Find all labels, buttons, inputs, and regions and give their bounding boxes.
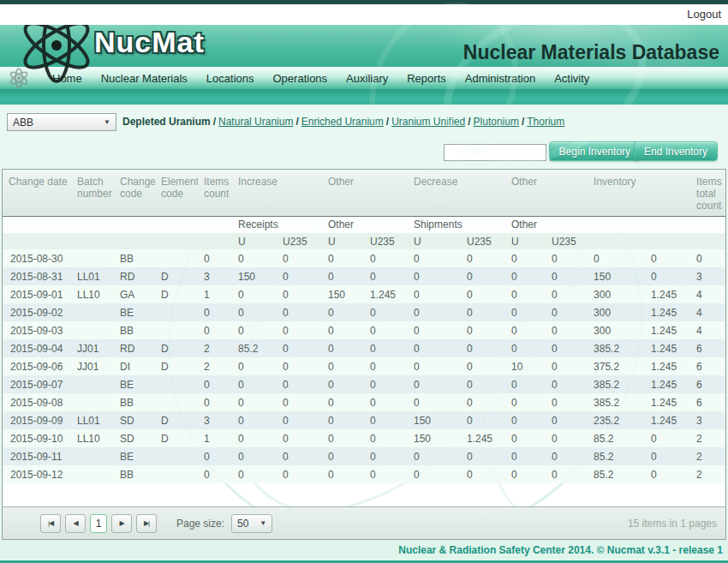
nav-item-auxiliary[interactable]: Auxiliary <box>337 72 397 85</box>
table-cell: 0 <box>277 321 322 339</box>
table-cell: 0 <box>645 429 690 447</box>
table-cell: 0 <box>505 465 546 483</box>
breadcrumb-link-uranium-unified[interactable]: Uranium Unified <box>391 116 465 128</box>
breadcrumb-link-plutonium[interactable]: Plutonium <box>474 116 519 128</box>
table-cell: 0 <box>277 303 322 321</box>
table-cell: 0 <box>408 249 461 267</box>
app-title: Nuclear Materials Database <box>463 41 719 64</box>
table-cell: 85.2 <box>588 447 645 465</box>
next-page-button[interactable]: ▶ <box>111 514 132 533</box>
unit-header-u: U <box>408 233 461 249</box>
table-cell: 0 <box>364 375 408 393</box>
table-cell: 0 <box>505 285 546 303</box>
breadcrumb-link-natural-uranium[interactable]: Natural Uranium <box>218 116 293 128</box>
inventory-date-input[interactable] <box>444 144 546 161</box>
table-cell: 0 <box>198 375 232 393</box>
table-cell: 0 <box>232 393 277 411</box>
table-cell: 85.2 <box>588 429 645 447</box>
table-cell: 6 <box>690 375 725 393</box>
logout-bar: Logout <box>0 4 728 25</box>
nav-item-locations[interactable]: Locations <box>197 72 264 85</box>
table-cell: 2015-09-03 <box>3 321 71 339</box>
logout-link[interactable]: Logout <box>687 8 721 21</box>
table-cell: 1.245 <box>645 393 690 411</box>
table-cell: 2 <box>690 447 725 465</box>
table-cell: 375.2 <box>588 357 645 375</box>
table-cell: BB <box>114 393 155 411</box>
col-header-inventory: Inventory <box>588 170 690 216</box>
table-cell: 0 <box>232 285 277 303</box>
footer-text: Nuclear & Radiation Safety Center 2014. … <box>398 544 723 556</box>
nav-item-administration[interactable]: Administration <box>456 72 545 85</box>
table-cell: 0 <box>505 339 546 357</box>
pagination-bar: |◀ ◀ 1 ▶ ▶| Page size: 50 ▼ 15 items in … <box>3 506 725 539</box>
unit-header-u235: U235 <box>546 233 588 249</box>
table-row: 2015-09-10LL10SDD100001501.2450085.202 <box>3 429 725 447</box>
table-cell: 0 <box>277 267 322 285</box>
table-row: 2015-09-02BE0000000003001.2454 <box>3 303 725 321</box>
table-cell: 0 <box>232 411 277 429</box>
table-row: 2015-09-11BE00000000085.202 <box>3 447 725 465</box>
table-cell: 0 <box>198 249 232 267</box>
header-row-subgroups: Receipts Other Shipments Other <box>3 216 725 233</box>
table-cell: 0 <box>408 357 461 375</box>
first-page-button[interactable]: |◀ <box>40 514 61 533</box>
table-cell: BB <box>114 321 155 339</box>
table-row: 2015-09-08BB000000000385.21.2456 <box>3 393 725 411</box>
table-cell <box>155 321 198 339</box>
chevron-down-icon: ▼ <box>104 118 110 126</box>
table-cell: 1.245 <box>645 339 690 357</box>
footer-bar: Nuclear & Radiation Safety Center 2014. … <box>0 540 728 563</box>
table-cell: 0 <box>232 321 277 339</box>
table-cell: 0 <box>505 447 546 465</box>
breadcrumb-link-enriched-uranium[interactable]: Enriched Uranium <box>301 116 384 128</box>
breadcrumb-separator: / <box>519 116 527 128</box>
breadcrumb: Depleted Uranium/Natural Uranium/Enriche… <box>122 116 564 128</box>
previous-page-button[interactable]: ◀ <box>65 514 86 533</box>
table-cell: 0 <box>546 321 588 339</box>
table-cell: 0 <box>408 375 461 393</box>
table-cell: 0 <box>364 339 408 357</box>
table-cell: 0 <box>461 411 505 429</box>
breadcrumb-link-thorium[interactable]: Thorium <box>527 116 564 128</box>
begin-inventory-button[interactable]: Begin Inventory <box>549 141 641 161</box>
col-header-batch-number: Batch number <box>71 170 114 216</box>
material-dropdown[interactable]: ABB ▼ <box>7 113 116 131</box>
table-cell: BE <box>114 303 155 321</box>
nav-item-activity[interactable]: Activity <box>545 72 599 85</box>
table-cell: 0 <box>364 249 408 267</box>
nav-item-reports[interactable]: Reports <box>397 72 456 85</box>
inventory-grid: Change date Batch number Change code Ele… <box>2 169 726 540</box>
table-cell: 0 <box>322 375 364 393</box>
table-cell: 0 <box>588 249 645 267</box>
table-cell: 0 <box>645 465 690 483</box>
table-cell: 385.2 <box>588 339 645 357</box>
table-row: 2015-08-31LL01RDD3150000000015003 <box>3 267 725 285</box>
table-cell: 0 <box>461 375 505 393</box>
end-inventory-button[interactable]: End Inventory <box>634 141 718 161</box>
header-spacer <box>588 233 690 249</box>
table-cell: 0 <box>198 447 232 465</box>
page-size-dropdown[interactable]: 50 ▼ <box>231 514 272 533</box>
last-page-button[interactable]: ▶| <box>136 514 157 533</box>
toolbar: ABB ▼ Depleted Uranium/Natural Uranium/E… <box>0 105 728 169</box>
table-cell: GA <box>114 285 155 303</box>
table-cell: BE <box>114 447 155 465</box>
table-cell: 300 <box>588 285 645 303</box>
header-row-groups: Change date Batch number Change code Ele… <box>3 170 725 216</box>
current-page-button[interactable]: 1 <box>90 514 107 533</box>
table-cell: 3 <box>690 411 725 429</box>
table-cell: 0 <box>461 447 505 465</box>
subheader-other-increase: Other <box>322 216 408 233</box>
table-cell: 0 <box>505 249 546 267</box>
table-cell: 0 <box>198 321 232 339</box>
table-body: 2015-08-30BB0000000000002015-08-31LL01RD… <box>3 249 725 483</box>
nav-item-operations[interactable]: Operations <box>264 72 337 85</box>
table-cell <box>155 375 198 393</box>
col-header-increase: Increase <box>232 170 322 216</box>
table-cell: 0 <box>277 375 322 393</box>
table-cell: 2015-09-07 <box>3 375 71 393</box>
header-spacer <box>3 233 232 249</box>
table-cell: 0 <box>505 375 546 393</box>
nav-item-nuclear-materials[interactable]: Nuclear Materials <box>92 72 197 85</box>
